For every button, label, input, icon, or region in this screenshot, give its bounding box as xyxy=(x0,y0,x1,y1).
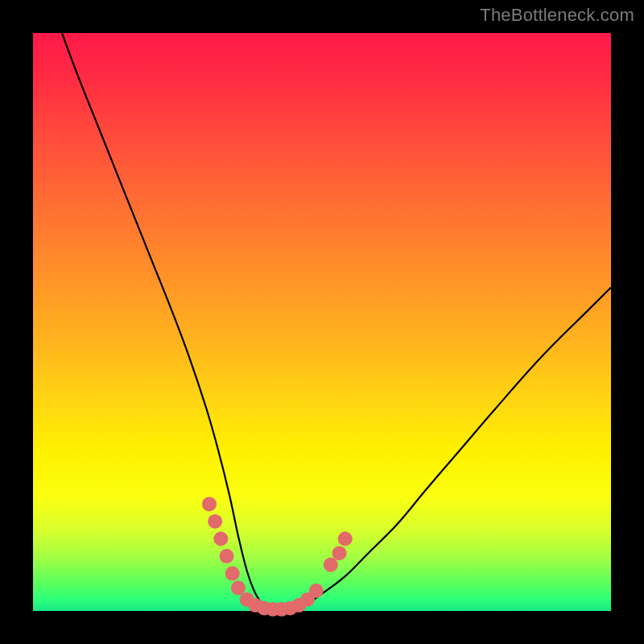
chart-svg xyxy=(33,33,611,611)
curve-marker xyxy=(338,531,353,546)
curve-markers xyxy=(202,497,353,617)
curve-marker xyxy=(213,531,228,546)
curve-marker xyxy=(324,558,338,572)
curve-marker xyxy=(220,549,234,564)
curve-marker xyxy=(202,497,217,511)
curve-marker xyxy=(208,514,222,529)
curve-marker xyxy=(332,546,347,560)
curve-marker xyxy=(225,566,240,580)
curve-marker xyxy=(231,580,246,595)
curve-marker xyxy=(309,584,324,598)
bottleneck-curve xyxy=(62,33,611,612)
chart-frame: TheBottleneck.com xyxy=(0,0,644,644)
watermark-text: TheBottleneck.com xyxy=(480,5,634,26)
chart-plot-area xyxy=(33,33,611,611)
